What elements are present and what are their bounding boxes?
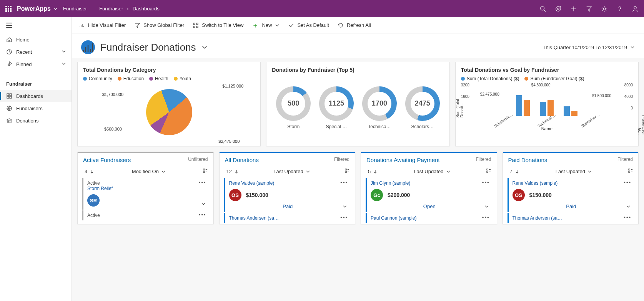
- command-bar: Hide Visual Filter Show Global Filter Sw…: [72, 17, 644, 33]
- lists-row: Active FundraisersUnfiltered4Modified On…: [77, 152, 639, 224]
- bar-annotation: $4,800.000: [531, 83, 551, 87]
- cmd-hide-visual-filter[interactable]: Hide Visual Filter: [79, 22, 126, 28]
- target-icon[interactable]: [555, 5, 562, 12]
- chevron-down-icon[interactable]: [201, 44, 208, 50]
- list-sort[interactable]: Last Updated: [556, 169, 592, 174]
- list-card[interactable]: Donations Awaiting PaymentFiltered5Last …: [361, 152, 497, 224]
- more-icon[interactable]: •••: [340, 180, 348, 185]
- more-icon[interactable]: •••: [340, 215, 348, 220]
- card-total-donations-category[interactable]: Total Donations by Category Community Ed…: [77, 62, 261, 146]
- sidebar-recent[interactable]: Recent: [0, 46, 72, 58]
- search-icon[interactable]: [539, 5, 546, 12]
- cmd-refresh-all[interactable]: Refresh All: [338, 22, 371, 28]
- list-title: Active Fundraisers: [83, 157, 131, 163]
- view-grid-icon[interactable]: [203, 169, 208, 174]
- donut-item: 1125 Special …: [319, 86, 354, 129]
- list-item-status[interactable]: Paid: [513, 203, 630, 209]
- view-grid-icon[interactable]: [345, 169, 349, 174]
- sidebar-pinned-label: Pinned: [16, 61, 32, 67]
- app-name[interactable]: Fundraiser: [63, 6, 87, 12]
- crumb-0[interactable]: Fundraiser: [99, 6, 123, 12]
- list-item[interactable]: •••Thomas Andersen (sa…: [224, 213, 351, 223]
- card-donations-vs-goal[interactable]: Total Donations vs Goal by Fundraiser Su…: [455, 62, 639, 146]
- brand-label[interactable]: PowerApps: [17, 5, 58, 12]
- chevron-down-icon[interactable]: [484, 204, 489, 210]
- sidebar-pinned[interactable]: Pinned: [0, 58, 72, 70]
- sidebar-item-label: Dashboards: [16, 93, 43, 99]
- list-item[interactable]: •••Jim Glynn (sample)Gc$200.000Open: [366, 178, 492, 212]
- pie-graphic: [146, 89, 192, 135]
- help-icon[interactable]: [616, 5, 623, 12]
- view-grid-icon[interactable]: [486, 169, 491, 174]
- svg-rect-27: [345, 171, 346, 172]
- arrow-down-icon[interactable]: [373, 169, 378, 174]
- list-sort[interactable]: Modified On: [132, 169, 166, 174]
- svg-rect-22: [203, 171, 205, 172]
- list-item-link[interactable]: Thomas Andersen (sa…: [229, 215, 347, 221]
- plus-icon[interactable]: [570, 5, 577, 12]
- arrow-down-icon[interactable]: [234, 169, 239, 174]
- list-card[interactable]: Paid DonationsFiltered7Last Updated•••Re…: [503, 152, 639, 224]
- sidebar-recent-label: Recent: [16, 49, 32, 55]
- sidebar-home[interactable]: Home: [0, 33, 72, 46]
- chevron-down-icon[interactable]: [626, 204, 631, 210]
- more-icon[interactable]: •••: [482, 215, 490, 220]
- arrow-down-icon[interactable]: [515, 169, 519, 174]
- more-icon[interactable]: •••: [624, 180, 631, 185]
- list-card[interactable]: All DonationsFiltered12Last Updated•••Re…: [219, 152, 356, 224]
- list-item[interactable]: •••Active: [82, 210, 209, 220]
- svg-rect-32: [487, 171, 488, 172]
- cmd-show-global-filter[interactable]: Show Global Filter: [134, 22, 184, 28]
- list-item-status[interactable]: Paid: [229, 203, 347, 209]
- more-icon[interactable]: •••: [199, 180, 206, 185]
- list-item-link[interactable]: Storm Relief: [87, 186, 205, 191]
- more-icon[interactable]: •••: [482, 180, 490, 185]
- view-grid-icon[interactable]: [628, 169, 633, 174]
- list-item-link[interactable]: Thomas Andersen (sa…: [513, 215, 630, 221]
- app-launcher-icon[interactable]: [5, 6, 12, 12]
- cmd-set-default[interactable]: Set As Default: [288, 22, 329, 28]
- date-range[interactable]: This Quarter 10/1/2019 To 12/31/2019: [543, 45, 635, 50]
- sidebar-item-donations[interactable]: Donations: [0, 114, 72, 127]
- dashboard-body: Total Donations by Category Community Ed…: [72, 58, 644, 301]
- gear-icon[interactable]: [601, 5, 608, 12]
- more-icon[interactable]: •••: [624, 215, 631, 220]
- cmd-label: Refresh All: [347, 22, 371, 28]
- arrow-down-icon[interactable]: [90, 169, 94, 174]
- list-item[interactable]: •••Paul Cannon (sample): [366, 213, 492, 223]
- list-item[interactable]: •••ActiveStorm ReliefSR: [82, 178, 209, 210]
- crumb-1[interactable]: Dashboards: [133, 6, 160, 12]
- sidebar-item-dashboards[interactable]: Dashboards: [0, 90, 72, 102]
- list-item-link[interactable]: Rene Valdes (sample): [513, 180, 630, 186]
- chevron-down-icon[interactable]: [343, 204, 347, 210]
- svg-point-9: [634, 7, 636, 9]
- list-item-link[interactable]: Paul Cannon (sample): [371, 215, 488, 221]
- card-donations-by-fundraiser[interactable]: Donations by Fundraiser (Top 5) 500 Stor…: [266, 62, 449, 146]
- donut-item: 1700 Technica…: [362, 86, 397, 129]
- chevron-down-icon: [62, 49, 66, 55]
- donut-item: 2475 Scholars…: [405, 86, 440, 129]
- bar-annotation: $1,500.000: [592, 94, 611, 98]
- list-item-link[interactable]: Rene Valdes (sample): [229, 180, 347, 186]
- chevron-down-icon[interactable]: [201, 202, 206, 207]
- svg-rect-26: [345, 169, 346, 170]
- cmd-switch-tile-view[interactable]: Switch to Tile View: [193, 22, 243, 28]
- filter-icon[interactable]: [586, 5, 592, 12]
- date-range-label: This Quarter 10/1/2019 To 12/31/2019: [543, 45, 627, 50]
- pie-chart: $1,125.000 $2,475.000 $500.000 $1,700.00…: [83, 81, 255, 143]
- user-icon[interactable]: [632, 5, 639, 12]
- list-card[interactable]: Active FundraisersUnfiltered4Modified On…: [77, 152, 214, 224]
- list-item[interactable]: •••Rene Valdes (sample)OS$150.000Paid: [508, 178, 634, 212]
- list-item[interactable]: •••Thomas Andersen (sa…: [508, 213, 634, 223]
- legend-dot: [149, 77, 153, 81]
- list-item-status[interactable]: Open: [371, 203, 488, 209]
- list-item-link[interactable]: Jim Glynn (sample): [371, 180, 488, 186]
- svg-rect-21: [203, 169, 205, 170]
- list-sort[interactable]: Last Updated: [273, 169, 310, 174]
- cmd-new[interactable]: ＋ New: [252, 21, 280, 30]
- sidebar-item-fundraisers[interactable]: Fundraisers: [0, 102, 72, 114]
- list-sort[interactable]: Last Updated: [414, 169, 450, 174]
- list-item[interactable]: •••Rene Valdes (sample)OS$150.000Paid: [224, 178, 351, 212]
- sidebar-toggle[interactable]: [0, 17, 72, 33]
- more-icon[interactable]: •••: [199, 212, 206, 218]
